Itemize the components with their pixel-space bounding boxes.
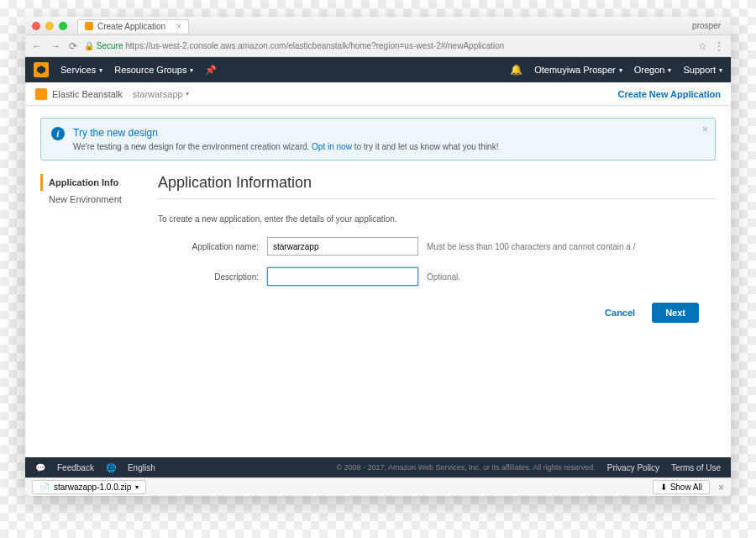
- opt-in-link[interactable]: Opt in now: [312, 142, 352, 151]
- download-filename: starwazapp-1.0.0.zip: [54, 483, 131, 492]
- sidebar-item-new-env[interactable]: New Environment: [40, 191, 150, 208]
- sidebar-item-app-info[interactable]: Application Info: [40, 174, 150, 191]
- user-menu[interactable]: Otemuyiwa Prosper ▾: [534, 65, 622, 75]
- cancel-button[interactable]: Cancel: [596, 303, 643, 323]
- intro-text: To create a new application, enter the d…: [158, 214, 716, 224]
- page-content: i Try the new design We're testing a new…: [25, 106, 731, 323]
- info-alert: i Try the new design We're testing a new…: [40, 118, 716, 161]
- address-field[interactable]: 🔒 Secure https://us-west-2.console.aws.a…: [84, 41, 691, 50]
- description-hint: Optional.: [427, 272, 460, 282]
- chevron-down-icon: ▾: [719, 66, 722, 74]
- aws-logo-icon[interactable]: [34, 62, 49, 77]
- browser-tab[interactable]: Create Application ×: [77, 19, 189, 33]
- favicon-icon: [85, 22, 93, 30]
- main-area: Application Info New Environment Applica…: [40, 174, 716, 323]
- region-menu[interactable]: Oregon ▾: [634, 65, 672, 75]
- chevron-down-icon: ▾: [135, 483, 139, 491]
- support-menu[interactable]: Support ▾: [683, 65, 722, 75]
- breadcrumb-app[interactable]: starwarsapp ▾: [133, 89, 189, 99]
- main-panel: Application Information To create a new …: [150, 174, 716, 323]
- forward-icon[interactable]: →: [50, 40, 60, 52]
- alert-body: We're testing a new design for the envir…: [73, 142, 498, 151]
- privacy-link[interactable]: Privacy Policy: [607, 463, 659, 472]
- downloads-bar: 📄 starwazapp-1.0.0.zip ▾ ⬇ Show All ×: [25, 477, 731, 496]
- download-item[interactable]: 📄 starwazapp-1.0.0.zip ▾: [32, 480, 146, 494]
- svg-marker-0: [37, 66, 45, 74]
- menu-icon[interactable]: ⋮: [714, 40, 724, 52]
- feedback-icon: 💬: [35, 463, 45, 472]
- copyright-text: © 2008 - 2017, Amazon Web Services, Inc.…: [336, 463, 595, 472]
- feedback-link[interactable]: Feedback: [57, 463, 94, 472]
- services-label: Services: [60, 65, 96, 75]
- show-all-label: Show All: [670, 483, 702, 492]
- breadcrumb-app-label: starwarsapp: [133, 89, 183, 99]
- url-bar: ← → ⟳ 🔒 Secure https://us-west-2.console…: [25, 35, 731, 57]
- app-name-hint: Must be less than 100 characters and can…: [427, 242, 636, 251]
- support-label: Support: [683, 65, 716, 75]
- info-icon: i: [51, 127, 65, 140]
- resource-groups-label: Resource Groups: [114, 65, 186, 75]
- language-selector[interactable]: English: [128, 463, 155, 472]
- minimize-window-button[interactable]: [45, 22, 54, 30]
- tab-title: Create Application: [97, 22, 165, 31]
- lock-icon: 🔒: [84, 41, 94, 50]
- file-icon: 📄: [39, 483, 50, 492]
- globe-icon: 🌐: [106, 463, 116, 472]
- chevron-down-icon: ▾: [190, 66, 193, 74]
- alert-close-icon[interactable]: ×: [702, 124, 708, 135]
- pin-icon[interactable]: 📌: [205, 65, 217, 76]
- wizard-sidebar: Application Info New Environment: [40, 174, 150, 323]
- bell-icon[interactable]: 🔔: [510, 64, 522, 76]
- nav-controls: ← → ⟳: [32, 40, 77, 52]
- titlebar: Create Application × prosper: [25, 17, 731, 35]
- description-label: Description:: [158, 272, 267, 282]
- chevron-down-icon: ▾: [619, 66, 622, 74]
- description-input[interactable]: [267, 267, 418, 286]
- app-name-input[interactable]: [267, 237, 418, 256]
- page-title: Application Information: [158, 174, 716, 199]
- browser-profile[interactable]: prosper: [692, 21, 724, 30]
- close-window-button[interactable]: [32, 22, 40, 30]
- button-row: Cancel Next: [158, 303, 716, 323]
- create-new-application-link[interactable]: Create New Application: [618, 89, 721, 99]
- chevron-down-icon: ▾: [668, 66, 671, 74]
- chevron-down-icon: ▾: [186, 90, 189, 98]
- next-button[interactable]: Next: [652, 303, 699, 323]
- alert-title: Try the new design: [73, 127, 498, 139]
- services-menu[interactable]: Services ▾: [60, 65, 102, 75]
- chevron-down-icon: ▾: [99, 66, 102, 74]
- browser-window: Create Application × prosper ← → ⟳ 🔒 Sec…: [25, 17, 731, 496]
- breadcrumb-bar: Elastic Beanstalk starwarsapp ▾ Create N…: [25, 82, 731, 106]
- download-icon: ⬇: [660, 483, 667, 492]
- terms-link[interactable]: Terms of Use: [671, 463, 721, 472]
- url-text: https://us-west-2.console.aws.amazon.com…: [125, 41, 504, 50]
- app-name-row: Application name: Must be less than 100 …: [158, 237, 716, 256]
- app-name-label: Application name:: [158, 242, 267, 251]
- downloads-close-icon[interactable]: ×: [718, 482, 724, 493]
- region-label: Oregon: [634, 65, 665, 75]
- description-row: Description: Optional.: [158, 267, 716, 286]
- secure-label: Secure: [97, 41, 123, 50]
- maximize-window-button[interactable]: [59, 22, 67, 30]
- bookmark-icon[interactable]: ☆: [698, 40, 707, 52]
- tab-close-icon[interactable]: ×: [176, 22, 181, 31]
- window-controls: [32, 22, 67, 30]
- aws-global-nav: Services ▾ Resource Groups ▾ 📌 🔔 Otemuyi…: [25, 57, 731, 82]
- reload-icon[interactable]: ⟳: [69, 40, 77, 52]
- back-icon[interactable]: ←: [32, 40, 42, 52]
- resource-groups-menu[interactable]: Resource Groups ▾: [114, 65, 193, 75]
- user-label: Otemuyiwa Prosper: [534, 65, 616, 75]
- beanstalk-icon: [35, 88, 47, 100]
- show-all-button[interactable]: ⬇ Show All: [653, 480, 710, 494]
- breadcrumb-service[interactable]: Elastic Beanstalk: [52, 89, 123, 99]
- aws-footer: 💬 Feedback 🌐 English © 2008 - 2017, Amaz…: [25, 457, 731, 477]
